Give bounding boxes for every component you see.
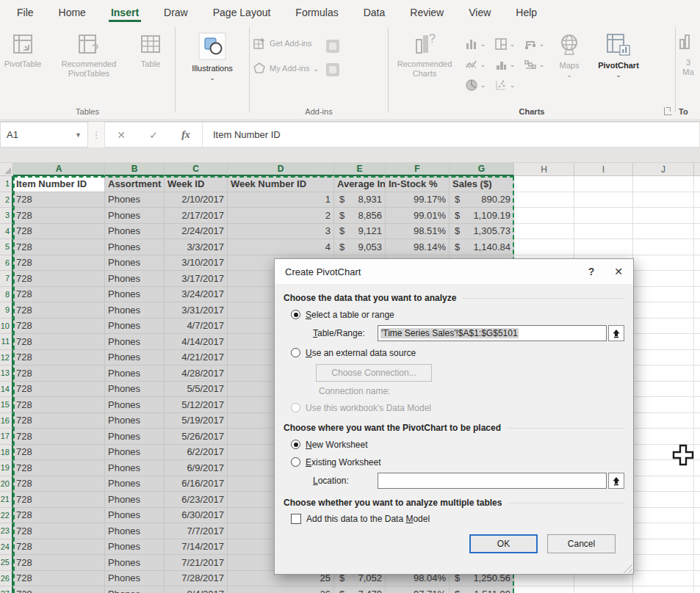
cell-B11[interactable]: Phones bbox=[105, 334, 165, 350]
cell-B14[interactable]: Phones bbox=[105, 382, 165, 398]
insert-function-icon[interactable]: fx bbox=[170, 129, 202, 141]
cell-B8[interactable]: Phones bbox=[105, 287, 165, 303]
cell-x27[interactable] bbox=[694, 586, 700, 593]
cell-x10[interactable] bbox=[694, 319, 700, 335]
formula-input[interactable]: Item Number ID bbox=[203, 122, 700, 148]
cell-B4[interactable]: Phones bbox=[105, 224, 165, 240]
cell-C1[interactable]: Week ID bbox=[165, 176, 228, 192]
cell-F2[interactable]: 99.17% bbox=[386, 192, 450, 208]
cell-C24[interactable]: 7/14/2017 bbox=[165, 539, 228, 556]
cell-B22[interactable]: Phones bbox=[105, 508, 165, 524]
cell-x9[interactable] bbox=[694, 302, 700, 319]
row-header-19[interactable]: 19 bbox=[0, 460, 13, 476]
radio-button-icon[interactable] bbox=[291, 310, 300, 319]
cell-J5[interactable] bbox=[633, 239, 694, 255]
cell-C19[interactable]: 6/9/2017 bbox=[165, 460, 228, 476]
cell-B17[interactable]: Phones bbox=[105, 429, 165, 445]
cell-J27[interactable] bbox=[633, 586, 694, 593]
cell-x20[interactable] bbox=[694, 476, 700, 492]
range-picker-button[interactable] bbox=[608, 325, 624, 341]
dialog-help-button[interactable]: ? bbox=[579, 266, 604, 277]
cell-B20[interactable]: Phones bbox=[105, 476, 165, 492]
cell-F1[interactable]: In-Stock % bbox=[386, 176, 450, 192]
column-header-C[interactable]: C bbox=[165, 163, 228, 176]
cell-A25[interactable]: 728 bbox=[13, 555, 105, 571]
cell-J16[interactable] bbox=[633, 413, 694, 429]
cell-B18[interactable]: Phones bbox=[105, 445, 165, 461]
checkbox-add-data-model[interactable]: Add this data to the Data Model bbox=[291, 514, 624, 524]
cell-C14[interactable]: 5/5/2017 bbox=[165, 382, 228, 398]
cell-H5[interactable] bbox=[514, 239, 574, 255]
cell-C3[interactable]: 2/17/2017 bbox=[165, 208, 228, 224]
cell-I27[interactable] bbox=[574, 586, 633, 593]
cell-C7[interactable]: 3/17/2017 bbox=[165, 271, 228, 287]
cell-G3[interactable]: $1,109.19 bbox=[450, 208, 514, 224]
cell-J21[interactable] bbox=[633, 492, 694, 508]
cell-C6[interactable]: 3/10/2017 bbox=[165, 255, 228, 272]
cell-A22[interactable]: 728 bbox=[13, 508, 105, 524]
row-header-13[interactable]: 13 bbox=[0, 365, 13, 382]
ribbon-tab-page-layout[interactable]: Page Layout bbox=[201, 1, 284, 24]
cell-C5[interactable]: 3/3/2017 bbox=[165, 239, 228, 255]
cell-J25[interactable] bbox=[633, 555, 694, 571]
cell-x15[interactable] bbox=[694, 397, 700, 413]
cell-x16[interactable] bbox=[694, 413, 700, 429]
column-header-H[interactable]: H bbox=[514, 163, 574, 176]
cell-F3[interactable]: 99.01% bbox=[386, 208, 450, 224]
row-header-27[interactable]: 27 bbox=[0, 586, 13, 593]
cell-J10[interactable] bbox=[633, 319, 694, 335]
column-header-D[interactable]: D bbox=[228, 163, 334, 176]
checkbox-icon[interactable] bbox=[291, 514, 301, 524]
cell-x12[interactable] bbox=[694, 350, 700, 366]
cell-E2[interactable]: $8,931 bbox=[334, 192, 386, 208]
cell-C11[interactable]: 4/14/2017 bbox=[165, 334, 228, 350]
row-header-10[interactable]: 10 bbox=[0, 319, 13, 335]
confirm-entry-icon[interactable]: ✓ bbox=[137, 129, 170, 141]
row-header-1[interactable]: 1 bbox=[0, 176, 13, 192]
cell-G4[interactable]: $1,305.73 bbox=[450, 224, 514, 240]
cell-H4[interactable] bbox=[514, 224, 574, 240]
row-header-17[interactable]: 17 bbox=[0, 429, 13, 445]
cell-x3[interactable] bbox=[694, 208, 700, 224]
row-header-24[interactable]: 24 bbox=[0, 539, 13, 556]
cell-A3[interactable]: 728 bbox=[13, 208, 105, 224]
cell-F5[interactable]: 98.14% bbox=[386, 239, 450, 255]
row-header-15[interactable]: 15 bbox=[0, 397, 13, 413]
column-header-B[interactable]: B bbox=[105, 163, 165, 176]
cell-J12[interactable] bbox=[633, 350, 694, 366]
cell-B23[interactable]: Phones bbox=[105, 523, 165, 539]
row-header-4[interactable]: 4 bbox=[0, 224, 13, 240]
cell-A14[interactable]: 728 bbox=[13, 382, 105, 398]
row-header-18[interactable]: 18 bbox=[0, 445, 13, 461]
cell-A12[interactable]: 728 bbox=[13, 350, 105, 366]
cell-E5[interactable]: $9,053 bbox=[334, 239, 386, 255]
cell-B16[interactable]: Phones bbox=[105, 413, 165, 429]
cell-x1[interactable] bbox=[694, 176, 700, 192]
cell-J3[interactable] bbox=[633, 208, 694, 224]
cell-C17[interactable]: 5/26/2017 bbox=[165, 429, 228, 445]
row-header-21[interactable]: 21 bbox=[0, 492, 13, 508]
cell-B3[interactable]: Phones bbox=[105, 208, 165, 224]
radio-new-worksheet[interactable]: New Worksheet bbox=[291, 438, 624, 451]
ribbon-tab-data[interactable]: Data bbox=[351, 1, 398, 24]
cell-B12[interactable]: Phones bbox=[105, 350, 165, 366]
row-header-14[interactable]: 14 bbox=[0, 382, 13, 398]
row-header-23[interactable]: 23 bbox=[0, 523, 13, 539]
cell-F27[interactable]: 97.71% bbox=[386, 586, 450, 593]
cell-A7[interactable]: 728 bbox=[13, 271, 105, 287]
radio-existing-worksheet[interactable]: Existing Worksheet bbox=[291, 456, 624, 468]
row-header-2[interactable]: 2 bbox=[0, 192, 13, 208]
cell-C12[interactable]: 4/21/2017 bbox=[165, 350, 228, 366]
cell-A11[interactable]: 728 bbox=[13, 334, 105, 350]
cell-B5[interactable]: Phones bbox=[105, 239, 165, 255]
cell-B21[interactable]: Phones bbox=[105, 492, 165, 508]
illustrations-button[interactable]: Illustrations ⌄ bbox=[187, 28, 238, 81]
cell-D5[interactable]: 4 bbox=[228, 239, 334, 255]
cell-C21[interactable]: 6/23/2017 bbox=[165, 492, 228, 508]
cell-H3[interactable] bbox=[514, 208, 574, 224]
cell-A26[interactable]: 728 bbox=[13, 571, 105, 587]
ribbon-tab-view[interactable]: View bbox=[456, 1, 503, 24]
row-header-5[interactable]: 5 bbox=[0, 239, 13, 255]
cell-x21[interactable] bbox=[694, 492, 700, 508]
row-header-20[interactable]: 20 bbox=[0, 476, 13, 492]
